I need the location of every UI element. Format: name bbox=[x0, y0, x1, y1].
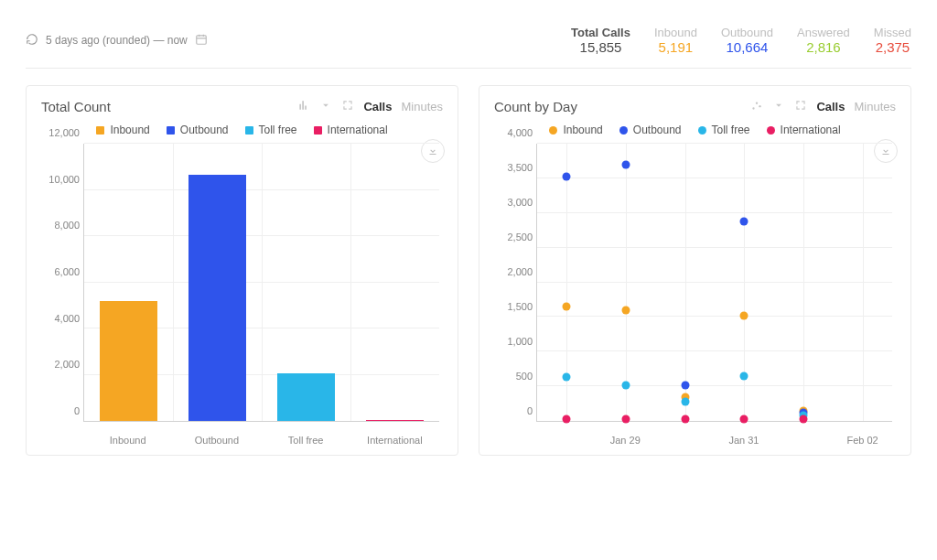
panel-total-count: Total Count Calls Minutes Inbound Outbou… bbox=[26, 85, 458, 456]
metric-value: 2,816 bbox=[797, 39, 850, 55]
metric-label: Outbound bbox=[721, 26, 773, 39]
point-toll-free bbox=[563, 372, 571, 381]
tab-minutes[interactable]: Minutes bbox=[401, 100, 443, 113]
panel-title: Count by Day bbox=[494, 99, 577, 114]
svg-point-2 bbox=[756, 102, 758, 104]
metric-total: Total Calls 15,855 bbox=[571, 26, 630, 55]
swatch-icon bbox=[619, 126, 628, 135]
point-toll-free bbox=[740, 372, 749, 380]
metric-missed: Missed 2,375 bbox=[874, 26, 911, 55]
point-international bbox=[622, 415, 630, 423]
metric-label: Missed bbox=[874, 26, 911, 39]
swatch-icon bbox=[167, 126, 175, 135]
bar-chart: 02,0004,0006,0008,00010,00012,000Inbound… bbox=[41, 144, 443, 446]
legend-inbound[interactable]: Inbound bbox=[549, 124, 602, 136]
legend-outbound[interactable]: Outbound bbox=[619, 124, 682, 136]
swatch-icon bbox=[314, 126, 322, 135]
x-tick: Feb 02 bbox=[846, 435, 878, 446]
point-outbound bbox=[681, 381, 689, 389]
metric-label: Inbound bbox=[654, 26, 697, 39]
y-tick: 2,000 bbox=[41, 359, 80, 370]
metric-value: 2,375 bbox=[874, 39, 911, 55]
chart-legend: Inbound Outbound Toll free International bbox=[494, 124, 896, 136]
panels-row: Total Count Calls Minutes Inbound Outbou… bbox=[26, 85, 911, 456]
point-international bbox=[563, 415, 571, 423]
tab-minutes[interactable]: Minutes bbox=[854, 100, 896, 113]
panel-count-by-day: Count by Day Calls Minutes Inbound Outbo… bbox=[479, 85, 911, 456]
y-tick: 0 bbox=[41, 405, 80, 416]
summary-metrics: Total Calls 15,855 Inbound 5,191 Outboun… bbox=[571, 26, 911, 55]
swatch-icon bbox=[96, 126, 104, 135]
x-tick: Inbound bbox=[110, 435, 146, 446]
y-tick: 8,000 bbox=[41, 220, 80, 231]
metric-answered: Answered 2,816 bbox=[797, 26, 850, 55]
legend-label: Inbound bbox=[110, 124, 149, 136]
legend-label: Inbound bbox=[563, 124, 602, 136]
legend-label: Toll free bbox=[259, 124, 297, 136]
legend-label: Outbound bbox=[180, 124, 229, 136]
x-tick: Outbound bbox=[195, 435, 239, 446]
scatter-chart: 05001,0001,5002,0002,5003,0003,5004,000J… bbox=[494, 144, 896, 446]
bar-outbound bbox=[188, 175, 245, 421]
point-outbound bbox=[563, 173, 571, 181]
point-international bbox=[681, 415, 689, 423]
chart-legend: Inbound Outbound Toll free International bbox=[41, 124, 443, 136]
top-bar: 5 days ago (rounded) — now Total Calls 1… bbox=[26, 18, 911, 69]
legend-inbound[interactable]: Inbound bbox=[96, 124, 149, 136]
legend-label: Outbound bbox=[633, 124, 682, 136]
chevron-down-icon[interactable] bbox=[319, 99, 332, 114]
x-tick: International bbox=[367, 435, 423, 446]
chart-type-icon[interactable] bbox=[297, 99, 310, 114]
bar-inbound bbox=[100, 301, 156, 421]
metric-outbound: Outbound 10,664 bbox=[721, 26, 773, 55]
legend-tollfree[interactable]: Toll free bbox=[698, 124, 750, 136]
point-outbound bbox=[740, 217, 749, 225]
bar-toll-free bbox=[277, 373, 334, 421]
panel-header: Total Count Calls Minutes bbox=[41, 99, 443, 114]
swatch-icon bbox=[549, 126, 557, 135]
point-outbound bbox=[622, 160, 630, 168]
legend-tollfree[interactable]: Toll free bbox=[245, 124, 297, 136]
y-tick: 12,000 bbox=[41, 127, 80, 138]
expand-icon[interactable] bbox=[341, 99, 354, 114]
legend-international[interactable]: International bbox=[767, 124, 841, 136]
panel-header: Count by Day Calls Minutes bbox=[494, 99, 896, 114]
x-tick: Jan 29 bbox=[610, 435, 641, 446]
panel-title: Total Count bbox=[41, 99, 111, 114]
metric-label: Answered bbox=[797, 26, 850, 39]
chart-type-icon[interactable] bbox=[750, 99, 763, 114]
panel-tools: Calls Minutes bbox=[750, 99, 896, 114]
svg-point-1 bbox=[753, 107, 755, 109]
y-tick: 0 bbox=[494, 405, 533, 416]
calendar-icon[interactable] bbox=[195, 33, 208, 48]
metric-value: 10,664 bbox=[721, 39, 773, 55]
legend-international[interactable]: International bbox=[314, 124, 388, 136]
y-tick: 2,500 bbox=[494, 232, 533, 242]
x-tick: Toll free bbox=[288, 435, 324, 446]
y-tick: 3,500 bbox=[494, 162, 533, 173]
metric-value: 5,191 bbox=[654, 39, 697, 55]
svg-point-3 bbox=[759, 105, 761, 107]
y-tick: 10,000 bbox=[41, 174, 80, 185]
point-international bbox=[740, 415, 749, 423]
metric-inbound: Inbound 5,191 bbox=[654, 26, 697, 55]
tab-calls[interactable]: Calls bbox=[363, 100, 392, 113]
legend-label: International bbox=[781, 124, 841, 136]
expand-icon[interactable] bbox=[794, 99, 807, 114]
swatch-icon bbox=[698, 126, 706, 135]
point-inbound bbox=[622, 306, 630, 314]
chevron-down-icon[interactable] bbox=[772, 99, 785, 114]
tab-calls[interactable]: Calls bbox=[816, 100, 845, 113]
legend-label: Toll free bbox=[712, 124, 750, 136]
point-inbound bbox=[563, 303, 571, 311]
time-range[interactable]: 5 days ago (rounded) — now bbox=[26, 33, 208, 48]
refresh-icon[interactable] bbox=[26, 33, 38, 48]
point-inbound bbox=[740, 311, 749, 319]
legend-outbound[interactable]: Outbound bbox=[167, 124, 229, 136]
point-toll-free bbox=[681, 397, 689, 405]
bar-international bbox=[366, 420, 423, 422]
y-tick: 4,000 bbox=[494, 127, 533, 138]
y-tick: 4,000 bbox=[41, 313, 80, 324]
metric-value: 15,855 bbox=[571, 39, 630, 55]
svg-rect-0 bbox=[197, 35, 207, 43]
